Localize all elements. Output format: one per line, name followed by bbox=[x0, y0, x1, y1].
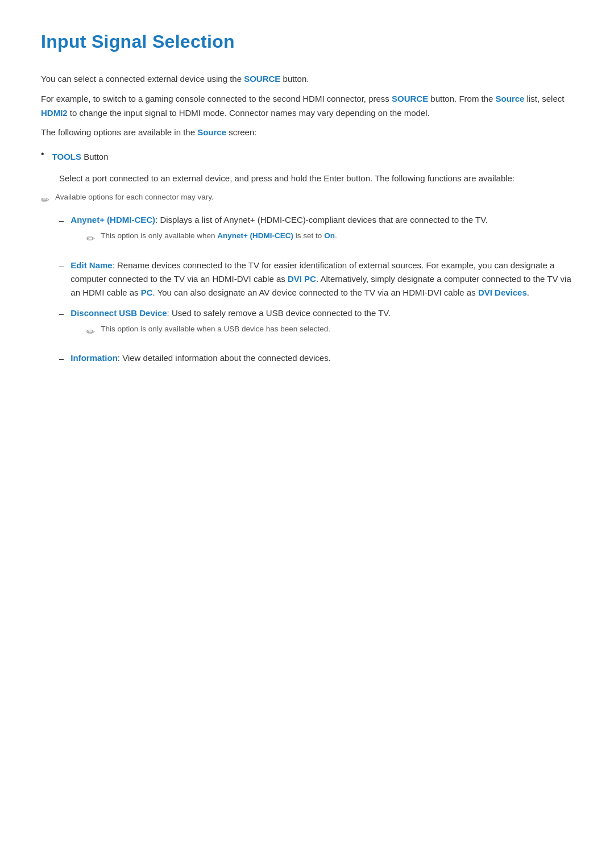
p2-start: For example, to switch to a gaming conso… bbox=[41, 94, 392, 103]
editname-content: Edit Name: Rename devices connected to t… bbox=[70, 259, 573, 300]
disconnect-note: ✏ This option is only available when a U… bbox=[86, 323, 573, 340]
disconnect-highlight: Disconnect USB Device bbox=[70, 308, 167, 318]
pencil-icon-2: ✏ bbox=[86, 231, 95, 247]
p1-text: You can select a connected external devi… bbox=[41, 74, 244, 84]
p3-end: screen: bbox=[226, 127, 256, 137]
tools-description: Select a port connected to an external d… bbox=[59, 172, 573, 186]
information-desc: : View detailed information about the co… bbox=[118, 353, 331, 363]
disconnect-note-text: This option is only available when a USB… bbox=[101, 323, 330, 335]
dvidevices-highlight: DVI Devices bbox=[478, 288, 527, 297]
editname-text: Edit Name: Rename devices connected to t… bbox=[70, 260, 571, 297]
hdmi2-highlight: HDMI2 bbox=[41, 108, 68, 118]
disconnect-item: – Disconnect USB Device: Used to safely … bbox=[59, 306, 573, 345]
tools-highlight: TOOLS bbox=[52, 152, 81, 161]
anynet-desc: : Displays a list of Anynet+ (HDMI-CEC)-… bbox=[155, 215, 488, 225]
dash-list: – Anynet+ (HDMI-CEC): Displays a list of… bbox=[59, 213, 573, 366]
editname-desc-4: . bbox=[527, 288, 529, 297]
disconnect-desc: : Used to safely remove a USB device con… bbox=[167, 308, 391, 318]
information-content: Information: View detailed information a… bbox=[70, 351, 573, 365]
anynet-note-highlight-1: Anynet+ (HDMI-CEC) bbox=[217, 231, 293, 240]
page-title: Input Signal Selection bbox=[41, 27, 573, 56]
dash-4: – bbox=[59, 352, 64, 366]
tools-suffix: Button bbox=[81, 152, 109, 161]
dash-1: – bbox=[59, 214, 64, 227]
information-highlight: Information bbox=[70, 353, 118, 363]
tools-label: TOOLS Button bbox=[52, 150, 109, 164]
anynet-item: – Anynet+ (HDMI-CEC): Displays a list of… bbox=[59, 213, 573, 252]
anynet-note-highlight-2: On bbox=[324, 231, 335, 240]
pencil-icon-3: ✏ bbox=[86, 324, 95, 340]
information-item: – Information: View detailed information… bbox=[59, 351, 573, 366]
source-highlight-3: Source bbox=[496, 94, 525, 103]
tools-bullet-item: • TOOLS Button bbox=[41, 146, 573, 168]
source-highlight-2: SOURCE bbox=[392, 94, 428, 103]
note-text-1: Available options for each connector may… bbox=[55, 192, 214, 203]
dvipc-highlight: DVI PC bbox=[288, 274, 316, 284]
pencil-icon-1: ✏ bbox=[41, 192, 49, 209]
tools-section: • TOOLS Button Select a port connected t… bbox=[41, 146, 573, 366]
anynet-text: Anynet+ (HDMI-CEC): Displays a list of A… bbox=[70, 215, 488, 225]
anynet-note-text: This option is only available when Anyne… bbox=[101, 230, 337, 242]
dash-2: – bbox=[59, 259, 64, 273]
pc-highlight: PC bbox=[141, 288, 153, 297]
note-available-options: ✏ Available options for each connector m… bbox=[41, 192, 573, 209]
source-highlight-1: SOURCE bbox=[244, 74, 280, 84]
source-highlight-4: Source bbox=[197, 127, 226, 137]
p1-end: button. bbox=[280, 74, 309, 84]
paragraph-3: The following options are available in t… bbox=[41, 126, 573, 140]
p2-mid2: list, select bbox=[524, 94, 564, 103]
dash-3: – bbox=[59, 307, 64, 321]
disconnect-content: Disconnect USB Device: Used to safely re… bbox=[70, 306, 573, 345]
anynet-content: Anynet+ (HDMI-CEC): Displays a list of A… bbox=[70, 213, 573, 252]
paragraph-2: For example, to switch to a gaming conso… bbox=[41, 92, 573, 121]
bullet-dot: • bbox=[41, 147, 44, 161]
p2-mid: button. From the bbox=[428, 94, 495, 103]
p2-end: to change the input signal to HDMI mode.… bbox=[68, 108, 430, 118]
anynet-note: ✏ This option is only available when Any… bbox=[86, 230, 573, 247]
anynet-highlight: Anynet+ (HDMI-CEC) bbox=[70, 215, 155, 225]
p3-start: The following options are available in t… bbox=[41, 127, 197, 137]
editname-desc-3: . You can also designate an AV device co… bbox=[153, 288, 478, 297]
paragraph-1: You can select a connected external devi… bbox=[41, 72, 573, 86]
information-text: Information: View detailed information a… bbox=[70, 353, 330, 363]
editname-highlight: Edit Name bbox=[70, 260, 112, 270]
disconnect-text: Disconnect USB Device: Used to safely re… bbox=[70, 308, 391, 318]
editname-item: – Edit Name: Rename devices connected to… bbox=[59, 259, 573, 300]
